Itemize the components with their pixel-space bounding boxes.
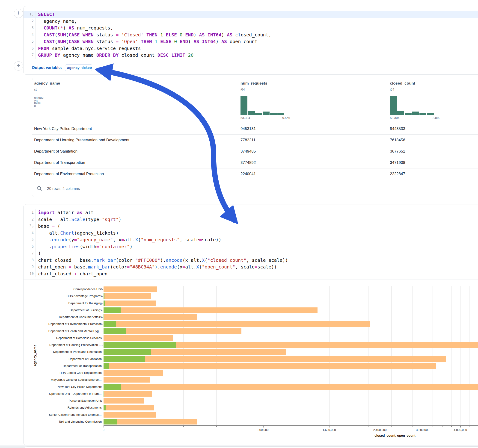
table-row[interactable]: Department of Transportation377489234719… xyxy=(32,157,478,168)
code-line[interactable]: 7GROUP BY agency_name ORDER BY closed_co… xyxy=(24,52,478,59)
column-name: agency_name xyxy=(34,81,60,86)
histogram-bar xyxy=(255,113,262,115)
y-axis-label: Department of Sanitation xyxy=(34,357,102,361)
dataframe-preview: agency_namestrunique: 20nulls: 0num_requ… xyxy=(32,78,478,197)
code-line[interactable]: 3 COUNT(*) AS num_requests, xyxy=(24,25,478,31)
line-number: 2 xyxy=(24,216,36,223)
y-tick xyxy=(102,289,103,290)
add-cell-button-top[interactable]: + xyxy=(14,9,23,18)
y-axis-label: Department of Buildings xyxy=(34,308,102,312)
column-type: str xyxy=(34,87,38,91)
x-minor-tick xyxy=(469,426,470,427)
x-minor-tick xyxy=(242,426,242,427)
code-line[interactable]: 5 CAST(SUM(CASE WHEN status = 'Open' THE… xyxy=(24,38,478,45)
gridline xyxy=(402,286,402,425)
table-cell: 3471908 xyxy=(390,160,405,165)
table-row[interactable]: Department of Sanitation37494853677651 xyxy=(32,146,478,157)
histogram-bar xyxy=(270,113,277,115)
column-type: i64 xyxy=(240,87,245,91)
code-line[interactable]: 9chart_open = base.mark_bar(color="#8BC3… xyxy=(24,264,478,271)
table-row[interactable]: New York City Police Department945313194… xyxy=(32,123,478,135)
y-axis-label: Department for the Aging xyxy=(34,301,102,305)
table-cell: 7618456 xyxy=(390,138,405,143)
python-editor[interactable]: 1import altair as alt2scale = alt.Scale(… xyxy=(24,209,478,277)
gridline xyxy=(413,286,413,425)
x-minor-tick xyxy=(216,426,217,427)
x-minor-tick xyxy=(442,426,442,427)
line-number: 1⌄ xyxy=(24,11,36,18)
code-text: CAST(SUM(CASE WHEN status = 'Open' THEN … xyxy=(36,38,478,45)
table-cell: 9453131 xyxy=(240,126,256,131)
code-line[interactable]: 2 agency_name, xyxy=(24,18,478,25)
closed-count-bar xyxy=(104,419,197,424)
histogram-range-labels: 53,3049.4e6 xyxy=(390,116,440,120)
closed-count-bar xyxy=(104,300,156,306)
closed-count-bar xyxy=(104,356,446,362)
code-line[interactable]: 4 CAST(SUM(CASE WHEN status = 'Closed' T… xyxy=(24,31,478,38)
gridline xyxy=(329,286,329,425)
x-axis-label: 2,400,000 xyxy=(373,428,387,432)
gridline xyxy=(282,286,282,425)
output-variable-pill[interactable]: agency_tickets xyxy=(65,64,92,71)
search-icon[interactable] xyxy=(37,186,42,192)
code-line[interactable]: 4 alt.Chart(agency_tickets) xyxy=(24,230,478,237)
code-line[interactable]: 5 .encode(y="agency_name", x=alt.X("num_… xyxy=(24,236,478,243)
previous-cell-edge xyxy=(24,1,478,1)
y-axis-label: HRA Benefit Card Replacement xyxy=(34,371,102,374)
line-number: 5 xyxy=(24,236,36,243)
column-histogram xyxy=(390,96,434,115)
code-line[interactable]: 6 .properties(width="container") xyxy=(24,243,478,250)
y-axis-label: DHS Advantage Programs xyxy=(34,294,102,298)
column-stat-nulls: nulls: 0 xyxy=(34,101,42,108)
y-tick xyxy=(102,394,103,394)
y-tick xyxy=(102,359,103,360)
code-line[interactable]: 10chart_closed + chart_open xyxy=(24,271,478,277)
line-number: 10 xyxy=(24,271,36,277)
x-minor-tick xyxy=(402,426,403,427)
add-cell-button-output[interactable]: + xyxy=(14,61,23,70)
table-cell: 3677651 xyxy=(390,149,405,154)
table-row[interactable]: Department of Housing Preservation and D… xyxy=(32,134,478,146)
code-line[interactable]: 7) xyxy=(24,250,478,257)
x-minor-tick xyxy=(413,426,413,427)
histogram-bar xyxy=(405,113,412,115)
histogram-bar xyxy=(277,113,284,115)
closed-count-bar xyxy=(104,363,436,369)
fold-chevron-icon[interactable]: ⌄ xyxy=(32,13,34,16)
gridline xyxy=(442,286,442,425)
x-axis-label: 800,000 xyxy=(258,428,269,432)
fold-chevron-icon[interactable]: ⌄ xyxy=(32,224,34,228)
y-tick xyxy=(102,317,103,317)
y-axis-label: Department of Environmental Protection xyxy=(34,322,102,326)
code-line[interactable]: 1import altair as alt xyxy=(24,209,478,216)
table-row[interactable]: Department of Environmental Protection22… xyxy=(32,168,478,180)
y-axis-label: Department of Health and Mental Hyg… xyxy=(34,329,102,333)
sql-editor[interactable]: 1⌄SELECT 2 agency_name,3 COUNT(*) AS num… xyxy=(24,11,478,59)
gridline xyxy=(380,286,380,425)
code-line[interactable]: 6FROM sample_data.nyc.service_requests xyxy=(24,45,478,52)
code-text: chart_closed = base.mark_bar(color="#FFC… xyxy=(36,257,478,264)
histogram-bar xyxy=(412,112,419,115)
line-number: 6 xyxy=(24,243,36,250)
sql-cell: 1⌄SELECT 2 agency_name,3 COUNT(*) AS num… xyxy=(23,6,478,75)
column-type: i64 xyxy=(390,87,394,91)
code-text: chart_open = base.mark_bar(color="#8BC34… xyxy=(36,264,478,271)
code-line[interactable]: 1⌄SELECT xyxy=(24,11,478,18)
code-line[interactable]: 2scale = alt.Scale(type="sqrt") xyxy=(24,216,478,223)
code-text: scale = alt.Scale(type="sqrt") xyxy=(36,216,478,223)
x-major-tick xyxy=(263,426,264,428)
table-cell: Department of Sanitation xyxy=(34,149,77,154)
code-line[interactable]: 8chart_closed = base.mark_bar(color="#FF… xyxy=(24,257,478,264)
open-count-bar xyxy=(104,293,104,299)
code-line[interactable]: 3⌄base = ( xyxy=(24,223,478,230)
table-cell: 2222847 xyxy=(390,172,405,176)
histogram-bar xyxy=(419,113,426,115)
histogram-bar xyxy=(390,96,397,115)
histogram-bar xyxy=(263,112,270,115)
y-tick xyxy=(102,373,103,373)
x-minor-tick xyxy=(315,426,315,427)
y-axis-label: Refunds and Adjustments xyxy=(34,406,102,409)
code-text: FROM sample_data.nyc.service_requests xyxy=(36,45,478,52)
y-axis-label: Personal Exemption Unit xyxy=(34,399,102,402)
table-cell: 3749485 xyxy=(240,149,256,154)
